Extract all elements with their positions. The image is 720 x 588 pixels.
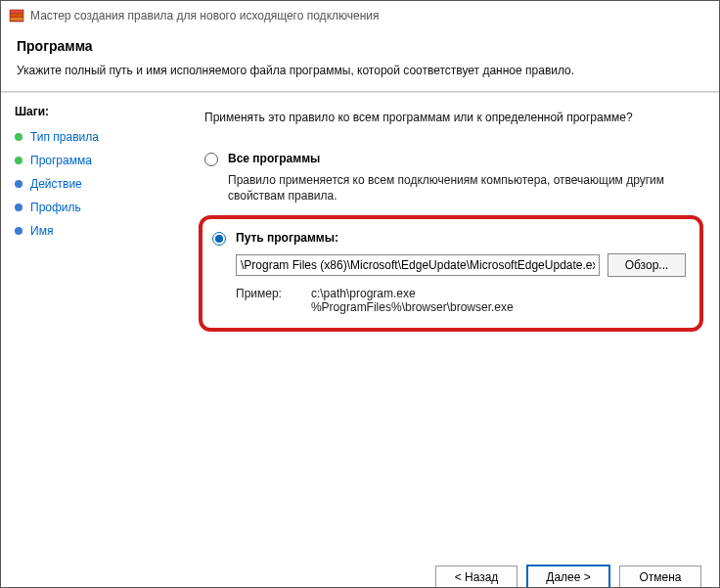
- step-label: Действие: [30, 177, 82, 191]
- wizard-main: Применять это правило ко всем программам…: [179, 93, 719, 555]
- browse-button[interactable]: Обзор...: [608, 253, 686, 277]
- program-path-label: Путь программы:: [236, 231, 338, 245]
- step-label: Тип правила: [30, 130, 99, 144]
- bullet-icon: [15, 133, 22, 141]
- all-programs-label: Все программы: [228, 152, 320, 165]
- svg-rect-1: [10, 10, 23, 13]
- svg-rect-2: [10, 14, 23, 17]
- steps-sidebar: Шаги: Тип правила Программа Действие Про…: [1, 93, 179, 555]
- wizard-footer: < Назад Далее > Отмена: [1, 555, 719, 588]
- step-program[interactable]: Программа: [15, 154, 165, 167]
- question-text: Применять это правило ко всем программам…: [204, 111, 694, 124]
- bullet-icon: [15, 157, 22, 164]
- radio-all-programs[interactable]: [204, 153, 218, 166]
- bullet-icon: [15, 227, 22, 235]
- step-rule-type[interactable]: Тип правила: [15, 130, 165, 144]
- firewall-icon: [9, 8, 24, 23]
- step-profile[interactable]: Профиль: [15, 201, 165, 214]
- page-title: Программа: [17, 38, 703, 54]
- bullet-icon: [15, 204, 22, 211]
- bullet-icon: [15, 180, 22, 188]
- step-label: Программа: [30, 154, 92, 167]
- example-label: Пример:: [236, 287, 282, 314]
- wizard-header: Программа Укажите полный путь и имя испо…: [1, 30, 719, 91]
- svg-rect-3: [10, 18, 23, 21]
- step-label: Профиль: [30, 201, 81, 214]
- program-path-section: Путь программы: Обзор... Пример: c:\path…: [199, 215, 703, 332]
- window-title: Мастер создания правила для нового исход…: [30, 9, 380, 23]
- title-bar: Мастер создания правила для нового исход…: [1, 1, 719, 30]
- step-label: Имя: [30, 224, 53, 238]
- cancel-button[interactable]: Отмена: [619, 565, 701, 588]
- step-name[interactable]: Имя: [15, 224, 165, 238]
- step-action[interactable]: Действие: [15, 177, 165, 191]
- program-path-input[interactable]: [236, 254, 600, 276]
- steps-heading: Шаги:: [15, 105, 165, 118]
- example-path-1: c:\path\program.exe: [311, 287, 514, 300]
- example-path-2: %ProgramFiles%\browser\browser.exe: [311, 300, 514, 314]
- next-button[interactable]: Далее >: [527, 565, 609, 588]
- page-subtitle: Укажите полный путь и имя исполняемого ф…: [17, 64, 703, 77]
- all-programs-desc: Правило применяется ко всем подключениям…: [228, 172, 694, 204]
- back-button[interactable]: < Назад: [435, 565, 518, 588]
- radio-program-path[interactable]: [212, 232, 226, 246]
